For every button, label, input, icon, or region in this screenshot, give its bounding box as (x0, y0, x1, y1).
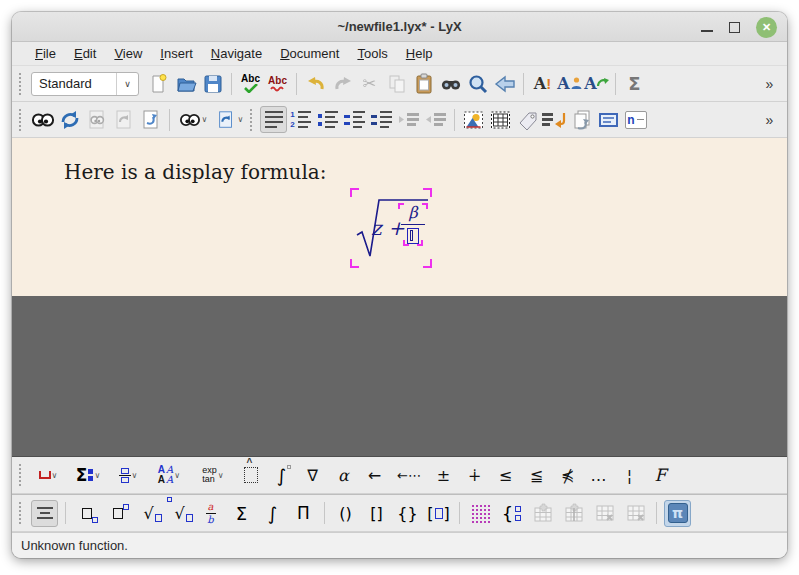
paragraph-style-select[interactable]: Standard ∨ (31, 72, 139, 96)
phantom-button[interactable]: ^ (237, 462, 264, 489)
insert-table-button[interactable] (487, 106, 514, 133)
find-button[interactable] (437, 70, 464, 97)
undo-button[interactable] (302, 70, 329, 97)
menu-tools[interactable]: Tools (348, 44, 396, 63)
subscript-button[interactable] (73, 500, 100, 527)
big-operators-dropdown[interactable]: Σ∨ (69, 462, 107, 489)
maximize-button[interactable] (729, 22, 740, 33)
labeling-list-button[interactable] (368, 106, 395, 133)
find-replace-button[interactable] (464, 70, 491, 97)
fraction-dropdown[interactable]: ∨ (111, 462, 145, 489)
display-formula-toggle[interactable] (31, 500, 58, 527)
insert-include-button[interactable] (568, 106, 595, 133)
delete-row-button[interactable] (591, 500, 618, 527)
toolbar-drag-handle[interactable] (19, 464, 24, 486)
update-master-button[interactable] (110, 106, 137, 133)
save-document-button[interactable] (199, 70, 226, 97)
toolbar-overflow-button[interactable]: » (756, 70, 783, 97)
dots-button[interactable]: … (585, 462, 612, 489)
superscript-button[interactable] (104, 500, 131, 527)
numbered-list-button[interactable]: 12 (287, 106, 314, 133)
integral-button[interactable]: ∫ (259, 500, 286, 527)
delete-column-button[interactable] (622, 500, 649, 527)
frames-button[interactable]: F (647, 462, 674, 489)
view-document-button[interactable] (29, 106, 56, 133)
open-document-button[interactable] (172, 70, 199, 97)
update-view-button[interactable] (56, 106, 83, 133)
view-other-formats-button[interactable] (137, 106, 164, 133)
paragraph-text[interactable]: Here is a display formula: (64, 160, 326, 184)
math-space-dropdown[interactable]: ∨ (31, 462, 65, 489)
braces-button[interactable]: {} (394, 500, 421, 527)
minimize-button[interactable] (701, 30, 713, 32)
fraction-inset[interactable]: β (401, 203, 425, 244)
document-workarea[interactable]: Here is a display formula: z + β (12, 138, 787, 296)
delimiters-dialog-button[interactable]: [] (425, 500, 452, 527)
math-inset[interactable]: z + β (350, 188, 432, 268)
add-row-button[interactable] (529, 500, 556, 527)
text-properties-button[interactable]: A (556, 70, 583, 97)
long-arrows-button[interactable]: ←⋯ (392, 462, 426, 489)
insert-cross-reference-button[interactable] (541, 106, 568, 133)
menu-help[interactable]: Help (397, 44, 442, 63)
redo-button[interactable] (329, 70, 356, 97)
relations-button[interactable]: ≤ (492, 462, 519, 489)
close-button[interactable]: ✕ (756, 17, 777, 38)
insert-graphics-button[interactable] (460, 106, 487, 133)
copy-button[interactable] (383, 70, 410, 97)
empty-placeholder-box[interactable] (407, 228, 419, 244)
view-master-button[interactable] (83, 106, 110, 133)
brackets-button[interactable]: [] (363, 500, 390, 527)
view-other-dropdown[interactable]: ∨ (175, 106, 211, 133)
cut-button[interactable]: ✂ (356, 70, 383, 97)
paragraph-standard-button[interactable] (260, 106, 287, 133)
continuous-spellcheck-button[interactable]: Abc (264, 70, 291, 97)
insert-cases-button[interactable]: { (498, 500, 525, 527)
paste-button[interactable] (410, 70, 437, 97)
nabla-button[interactable]: ∇ (299, 462, 326, 489)
increase-indent-button[interactable] (395, 106, 422, 133)
title-bar[interactable]: ~/newfile1.lyx* - LyX ✕ (12, 12, 787, 42)
ams-relations-button[interactable]: ≦ (523, 462, 550, 489)
formula-argument[interactable]: z + (371, 216, 405, 240)
greek-letters-button[interactable]: α (330, 462, 357, 489)
menu-document[interactable]: Document (271, 44, 348, 63)
menu-insert[interactable]: Insert (151, 44, 202, 63)
fraction-button[interactable]: ab (197, 500, 224, 527)
arrows-button[interactable]: ← (361, 462, 388, 489)
square-root-button[interactable]: √ (135, 500, 162, 527)
insert-box-button[interactable] (595, 106, 622, 133)
menu-view[interactable]: View (105, 44, 151, 63)
toolbar-drag-handle[interactable] (19, 109, 24, 131)
check-spelling-button[interactable]: Abc (237, 70, 264, 97)
nth-root-button[interactable]: √ (166, 500, 193, 527)
menu-edit[interactable]: Edit (65, 44, 105, 63)
menu-navigate[interactable]: Navigate (202, 44, 271, 63)
menu-file[interactable]: File (26, 44, 65, 63)
bulleted-list-button[interactable] (314, 106, 341, 133)
toolbar-overflow-button[interactable]: » (756, 106, 783, 133)
insert-matrix-button[interactable] (467, 500, 494, 527)
math-font-dropdown[interactable]: AAAA∨ (149, 462, 189, 489)
parentheses-button[interactable]: () (332, 500, 359, 527)
math-panel-toggle[interactable]: π (664, 500, 691, 527)
delimiters-misc-button[interactable]: ¦ (616, 462, 643, 489)
functions-dropdown[interactable]: exptan∨ (193, 462, 233, 489)
new-document-button[interactable] (145, 70, 172, 97)
text-style-button[interactable]: A! (529, 70, 556, 97)
product-button[interactable]: Π (290, 500, 317, 527)
ams-operators-button[interactable]: ∔ (461, 462, 488, 489)
insert-note-button[interactable]: n (622, 106, 649, 133)
ams-negative-relations-button[interactable]: ⋠ (554, 462, 581, 489)
operators-button[interactable]: ± (430, 462, 457, 489)
math-mode-button[interactable]: Σ (621, 70, 648, 97)
integral-limits-button[interactable]: ∫ (268, 462, 295, 489)
add-column-button[interactable] (560, 500, 587, 527)
navigate-back-button[interactable] (491, 70, 518, 97)
toolbar-drag-handle[interactable] (19, 73, 24, 95)
insert-label-button[interactable] (514, 106, 541, 133)
update-other-dropdown[interactable]: ∨ (211, 106, 247, 133)
apply-text-style-button[interactable]: A (583, 70, 610, 97)
decrease-indent-button[interactable] (422, 106, 449, 133)
toolbar-drag-handle[interactable] (19, 502, 24, 524)
